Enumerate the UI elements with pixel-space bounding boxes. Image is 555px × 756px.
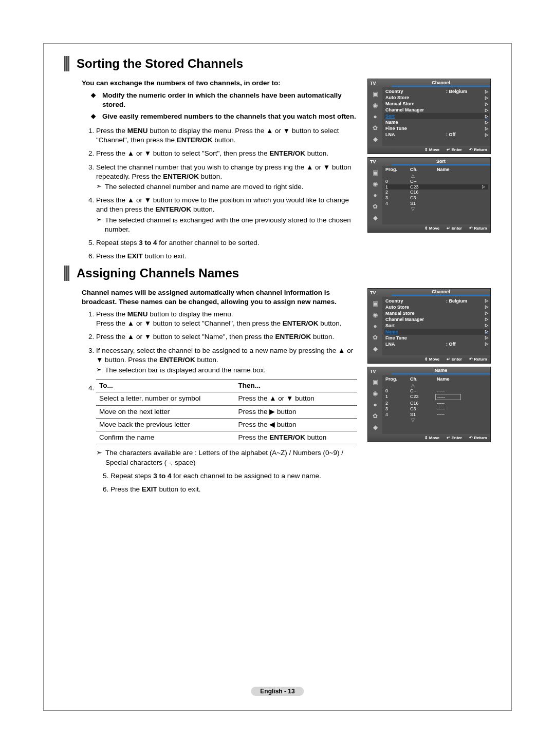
osd-menu-item: Sort▷ <box>385 323 488 329</box>
heading-name: Assigning Channels Names <box>77 266 239 280</box>
osd-menu-item: Country: Belgium▷ <box>385 298 488 304</box>
scroll-up-icon: △ <box>385 173 488 179</box>
osd-name-list: TVName ▣◉●✿◆ Prog.Ch.Name △ 0C-------1C2… <box>367 367 491 442</box>
osd-channel-row: 3C3 <box>385 195 488 201</box>
osd-sort-list: TVSort ▣◉●✿◆ Prog.Ch.Name △ 0C--1C232C16… <box>367 157 491 233</box>
s2-step6: Press the EXIT button to exit. <box>110 485 357 494</box>
osd-menu-item: Fine Tune▷ <box>385 335 488 341</box>
osd-enter-hint: ↵ Enter <box>447 226 462 231</box>
osd-title: Sort <box>392 159 490 165</box>
osd-move-hint: ⇕ Move <box>424 436 440 440</box>
osd-category-icons: ▣◉●✿◆ <box>368 87 382 146</box>
osd-channel-row: 2C16----- <box>385 401 488 406</box>
scroll-down-icon: ▽ <box>385 206 488 212</box>
note-arrow-icon: ➣ <box>96 182 102 192</box>
step3-note: The selected channel number and name are… <box>105 182 357 192</box>
note-arrow-icon: ➣ <box>96 216 102 234</box>
s2-step4: To...Then... Select a letter, number or … <box>96 379 357 444</box>
osd-category-icons: ▣◉●✿◆ <box>368 166 382 224</box>
section-heading-name: Assigning Channels Names <box>64 266 491 281</box>
td: Press the ◀ button <box>235 418 357 431</box>
section1-text: You can exchange the numbers of two chan… <box>82 79 357 266</box>
characters-note: The characters available are : Letters o… <box>105 448 357 467</box>
action-table: To...Then... Select a letter, number or … <box>96 379 357 444</box>
osd-menu-item: LNA: Off▷ <box>385 131 488 138</box>
step4: Press the ▲ or ▼ button to move to the p… <box>96 196 357 234</box>
s2-step3: If necessary, select the channel to be a… <box>96 346 357 375</box>
td: Press the ENTER/OK button <box>235 431 357 444</box>
step3: Select the channel number that you wish … <box>96 163 357 192</box>
osd-channel-row: 3C3----- <box>385 406 488 412</box>
scroll-up-icon: △ <box>385 383 488 388</box>
td: Move back the previous letter <box>96 418 235 431</box>
osd-channel-row: 4S1----- <box>385 412 488 418</box>
osd-menu-item: Auto Store▷ <box>385 94 488 101</box>
osd-tv-label: TV <box>368 81 392 86</box>
s2-step3-note: The selection bar is displayed around th… <box>105 366 357 375</box>
osd-return-hint: ↶ Return <box>469 226 487 231</box>
osd-title: Channel <box>392 289 490 296</box>
osd-channel-row: 0C-- <box>385 179 488 184</box>
manual-page: Sorting the Stored Channels You can exch… <box>43 43 512 711</box>
td: Confirm the name <box>96 431 235 444</box>
osd-move-hint: ⇕ Move <box>424 147 440 152</box>
osd-move-hint: ⇕ Move <box>424 357 440 362</box>
osd-menu-item: Manual Store▷ <box>385 101 488 107</box>
osd-menu-item: Channel Manager▷ <box>385 316 488 323</box>
td: Select a letter, number or symbol <box>96 392 235 405</box>
osd-menu-item: Channel Manager▷ <box>385 107 488 113</box>
osd-tv-label: TV <box>368 369 392 374</box>
section-heading-sort: Sorting the Stored Channels <box>64 56 491 71</box>
osd-tv-label: TV <box>368 159 392 164</box>
osd-channel-row: 4S1 <box>385 201 488 206</box>
step4-note: The selected channel is exchanged with t… <box>105 216 357 234</box>
osd-menu-item: Sort▷ <box>384 113 489 119</box>
osd-channel-row: 1C23 <box>385 184 488 190</box>
th-to: To... <box>96 380 235 392</box>
s2-step2: Press the ▲ or ▼ button to select "Name"… <box>96 332 357 342</box>
step2: Press the ▲ or ▼ button to select "Sort"… <box>96 149 357 158</box>
osd-category-icons: ▣◉●✿◆ <box>368 375 382 434</box>
osd-enter-hint: ↵ Enter <box>447 436 462 440</box>
osd-return-hint: ↶ Return <box>469 357 487 362</box>
osd-return-hint: ↶ Return <box>469 436 487 440</box>
heading-bar-icon <box>64 56 69 71</box>
osd-menu-item: Auto Store▷ <box>385 304 488 310</box>
osd-move-hint: ⇕ Move <box>424 226 440 231</box>
bullet-remembered: Give easily remembered numbers to the ch… <box>102 112 357 121</box>
heading-bar-icon <box>64 266 69 281</box>
osd-menu-item: Country: Belgium▷ <box>385 88 488 94</box>
section2-text: Channel names will be assigned automatic… <box>82 288 357 499</box>
td: Press the ▶ button <box>235 405 357 418</box>
osd-channel-row: 0C------- <box>385 388 488 394</box>
osd-menu-item: Fine Tune▷ <box>385 125 488 131</box>
osd-enter-hint: ↵ Enter <box>447 357 462 362</box>
step6: Press the EXIT button to exit. <box>96 252 357 261</box>
osd-menu-item: Name▷ <box>385 119 488 125</box>
th-then: Then... <box>235 380 357 392</box>
s2-step5: Repeat steps 3 to 4 for each channel to … <box>110 471 357 481</box>
section2-intro: Channel names will be assigned automatic… <box>82 288 357 307</box>
osd-menu-item: Name▷ <box>384 329 489 335</box>
td: Press the ▲ or ▼ button <box>235 392 357 405</box>
osd-columns: Prog.Ch.Name <box>385 376 488 383</box>
td: Move on the next letter <box>96 405 235 418</box>
scroll-down-icon: ▽ <box>385 418 488 423</box>
heading-sort: Sorting the Stored Channels <box>77 56 243 71</box>
osd-channel-menu: TVChannel ▣◉●✿◆ Country: Belgium▷Auto St… <box>367 79 491 154</box>
step5: Repeat steps 3 to 4 for another channel … <box>96 238 357 248</box>
osd-channel-row: 2C16 <box>385 190 488 195</box>
step1: Press the MENU button to display the men… <box>96 126 357 145</box>
osd-category-icons: ▣◉●✿◆ <box>368 297 382 355</box>
page-number: English - 13 <box>251 687 304 696</box>
osd-menu-item: Manual Store▷ <box>385 310 488 316</box>
osd-title: Name <box>392 368 490 374</box>
osd-channel-menu-2: TVChannel ▣◉●✿◆ Country: Belgium▷Auto St… <box>367 288 491 364</box>
osd-return-hint: ↶ Return <box>469 147 487 152</box>
osd-channel-row: 1C23----- <box>385 394 488 401</box>
osd-enter-hint: ↵ Enter <box>447 147 462 152</box>
osd-tv-label: TV <box>368 290 392 295</box>
osd-menu-item: LNA: Off▷ <box>385 341 488 347</box>
s2-step1: Press the MENU button to display the men… <box>96 310 357 328</box>
osd-columns: Prog.Ch.Name <box>385 167 488 173</box>
